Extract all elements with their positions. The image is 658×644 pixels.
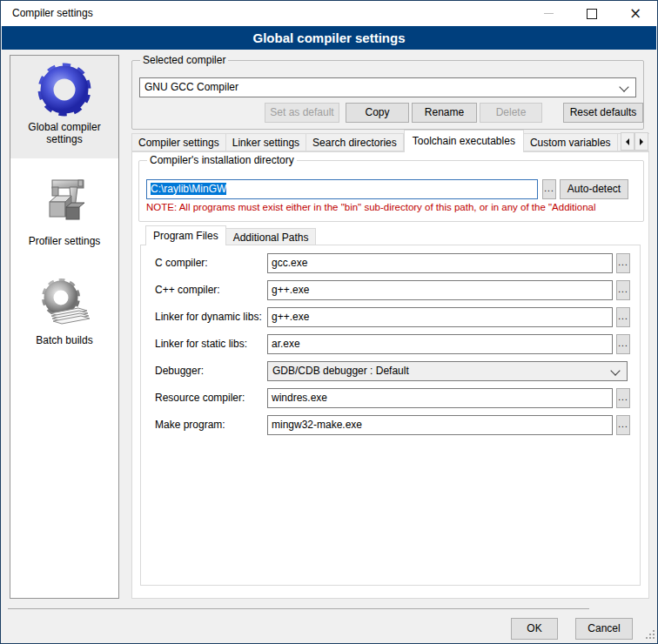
maximize-button[interactable]: [570, 1, 614, 26]
resource-compiler-label: Resource compiler:: [155, 388, 245, 408]
cancel-button[interactable]: Cancel: [575, 618, 633, 640]
close-button[interactable]: ×: [614, 1, 657, 26]
resource-compiler-value: windres.exe: [272, 392, 327, 404]
tab-linker-settings[interactable]: Linker settings: [226, 133, 306, 151]
tab-custom-variables[interactable]: Custom variables: [524, 133, 618, 151]
c-compiler-browse-button[interactable]: ...: [616, 253, 630, 273]
debugger-select[interactable]: GDB/CDB debugger : Default: [267, 361, 628, 381]
make-program-value: mingw32-make.exe: [272, 419, 362, 431]
arrow-right-icon: [640, 138, 643, 145]
set-as-default-button[interactable]: Set as default: [265, 103, 339, 123]
sidebar-item-label: Global compiler settings: [16, 121, 113, 145]
selected-compiler-group: Selected compiler GNU GCC Compiler Set a…: [131, 60, 644, 130]
reset-defaults-button[interactable]: Reset defaults: [563, 103, 643, 123]
sidebar-item-profiler-settings[interactable]: Profiler settings: [10, 176, 118, 263]
tab-search-directories[interactable]: Search directories: [306, 133, 404, 151]
linker-static-input[interactable]: ar.exe: [267, 334, 613, 354]
installation-directory-browse-button[interactable]: ...: [542, 179, 556, 199]
tab-additional-paths[interactable]: Additional Paths: [226, 228, 317, 245]
chevron-down-icon: [610, 366, 620, 375]
tab-scroll-right-button[interactable]: [634, 132, 648, 151]
installation-directory-input[interactable]: C:\raylib\MinGW: [146, 179, 538, 199]
linker-dynamic-value: g++.exe: [272, 311, 309, 323]
installation-directory-group: Compiler's installation directory C:\ray…: [138, 160, 644, 222]
debugger-select-value: GDB/CDB debugger : Default: [272, 365, 409, 377]
settings-category-list: Global compiler settings Profiler se: [10, 55, 119, 599]
compiler-settings-dialog: Compiler settings × Global compiler sett…: [0, 0, 658, 644]
compiler-select-value: GNU GCC Compiler: [144, 81, 238, 93]
close-icon: ×: [629, 1, 641, 26]
linker-static-label: Linker for static libs:: [155, 334, 247, 354]
tab-scroll-left-button[interactable]: [621, 132, 634, 151]
compiler-select[interactable]: GNU GCC Compiler: [139, 77, 636, 97]
ok-button[interactable]: OK: [511, 618, 558, 640]
installation-directory-group-label: Compiler's installation directory: [147, 154, 297, 166]
tab-toolchain-executables[interactable]: Toolchain executables: [404, 130, 524, 152]
linker-dynamic-input[interactable]: g++.exe: [267, 307, 613, 327]
auto-detect-button[interactable]: Auto-detect: [560, 179, 628, 199]
page-title: Global compiler settings: [252, 30, 405, 45]
blue-gear-icon: [37, 62, 92, 117]
linker-dynamic-label: Linker for dynamic libs:: [155, 307, 262, 327]
c-compiler-value: gcc.exe: [272, 257, 307, 269]
compiler-tabs: Compiler settings Linker settings Search…: [131, 130, 649, 152]
copy-button[interactable]: Copy: [346, 103, 409, 123]
program-files-panel: C compiler: gcc.exe ... C++ compiler: g+…: [140, 245, 641, 586]
sidebar-item-label: Profiler settings: [16, 235, 113, 247]
make-program-label: Make program:: [155, 415, 225, 435]
selected-compiler-group-label: Selected compiler: [140, 54, 228, 66]
chevron-down-icon: [619, 82, 628, 91]
tab-scroll-arrows: [621, 132, 657, 151]
cpp-compiler-input[interactable]: g++.exe: [267, 280, 613, 300]
make-program-input[interactable]: mingw32-make.exe: [267, 415, 613, 435]
arrow-left-icon: [626, 138, 629, 145]
footer-separator: [8, 608, 589, 609]
cpp-compiler-label: C++ compiler:: [155, 280, 220, 300]
linker-static-browse-button[interactable]: ...: [616, 334, 630, 354]
linker-dynamic-browse-button[interactable]: ...: [616, 307, 630, 327]
minimize-button[interactable]: [527, 1, 570, 26]
window-title: Compiler settings: [12, 1, 93, 26]
debugger-label: Debugger:: [155, 361, 204, 381]
installation-directory-value: C:\raylib\MinGW: [151, 183, 226, 195]
make-program-browse-button[interactable]: ...: [616, 415, 630, 435]
bin-subdirectory-note: NOTE: All programs must exist either in …: [146, 202, 638, 212]
resource-compiler-browse-button[interactable]: ...: [616, 388, 630, 408]
delete-button[interactable]: Delete: [480, 103, 542, 123]
maximize-icon: [587, 9, 597, 19]
c-compiler-label: C compiler:: [155, 253, 208, 273]
program-tabs: Program Files Additional Paths: [145, 225, 316, 245]
title-bar: Compiler settings ×: [1, 1, 657, 26]
cpp-compiler-browse-button[interactable]: ...: [616, 280, 630, 300]
linker-static-value: ar.exe: [272, 338, 300, 350]
c-compiler-input[interactable]: gcc.exe: [267, 253, 613, 273]
sidebar-item-label: Batch builds: [16, 334, 113, 346]
cpp-compiler-value: g++.exe: [272, 284, 309, 296]
dialog-header: Global compiler settings: [2, 26, 656, 50]
sidebar-item-batch-builds[interactable]: Batch builds: [10, 275, 118, 362]
minimize-icon: [544, 13, 554, 14]
gray-gear-stack-icon: [37, 275, 92, 331]
resource-compiler-input[interactable]: windres.exe: [267, 388, 613, 408]
rename-button[interactable]: Rename: [412, 103, 477, 123]
caliper-icon: [37, 176, 92, 231]
tab-compiler-settings[interactable]: Compiler settings: [131, 133, 226, 151]
resize-grip[interactable]: [645, 629, 655, 640]
tab-program-files[interactable]: Program Files: [145, 225, 226, 245]
sidebar-item-global-compiler-settings[interactable]: Global compiler settings: [10, 56, 118, 158]
